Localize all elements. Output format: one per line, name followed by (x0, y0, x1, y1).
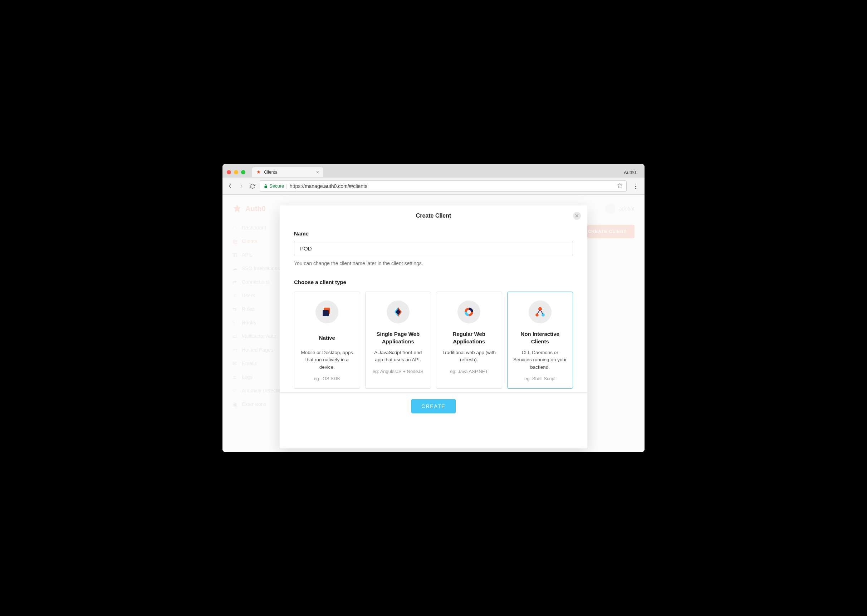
client-type-non-interactive[interactable]: Non Interactive Clients CLI, Daemons or … (507, 292, 573, 389)
client-type-grid: Native Mobile or Desktop, apps that run … (294, 292, 573, 389)
tab-bar: Clients × Auth0 (222, 164, 645, 178)
window-close-icon[interactable] (227, 170, 231, 174)
tab-title: Clients (264, 170, 277, 175)
address-bar[interactable]: Secure | https://manage.auth0.com/#/clie… (260, 181, 627, 192)
card-eg: eg: Shell Script (524, 376, 555, 381)
create-client-modal: Create Client ✕ Name You can change the … (280, 206, 587, 448)
card-title: Regular Web Applications (441, 330, 498, 346)
modal-header: Create Client ✕ (280, 206, 587, 222)
reload-button[interactable] (250, 183, 255, 189)
browser-window: Clients × Auth0 Secure (222, 164, 645, 452)
card-desc: CLI, Daemons or Services running on your… (512, 349, 569, 371)
name-label: Name (294, 231, 573, 237)
client-type-native[interactable]: Native Mobile or Desktop, apps that run … (294, 292, 360, 389)
secure-indicator: Secure (263, 183, 284, 189)
forward-button[interactable] (238, 183, 244, 189)
card-title: Non Interactive Clients (512, 330, 569, 346)
svg-point-6 (538, 307, 542, 311)
type-section-label: Choose a client type (294, 279, 573, 285)
modal-footer: CREATE (280, 392, 587, 420)
window-title: Auth0 (624, 170, 640, 175)
url-text: https://manage.auth0.com/#/clients (290, 183, 615, 189)
window-minimize-icon[interactable] (234, 170, 238, 174)
modal-body: Name You can change the client name late… (280, 222, 587, 392)
non-interactive-icon (529, 300, 552, 324)
svg-point-8 (542, 313, 545, 317)
nav-buttons (227, 183, 255, 189)
back-button[interactable] (227, 183, 233, 189)
window-zoom-icon[interactable] (241, 170, 245, 174)
card-eg: eg: AngularJS + NodeJS (373, 369, 424, 374)
spa-icon (387, 300, 410, 324)
card-desc: A JavaScript front-end app that uses an … (370, 349, 427, 364)
native-icon (315, 300, 338, 324)
secure-label: Secure (270, 183, 284, 189)
client-type-regular-web[interactable]: Regular Web Applications Traditional web… (436, 292, 502, 389)
modal-title: Create Client (416, 212, 451, 219)
card-title: Native (318, 330, 337, 346)
card-eg: eg: Java ASP.NET (450, 369, 488, 374)
viewport: Auth0 adobot ◌Dashboard ▤Clients ▥APIs ☁… (222, 195, 645, 452)
tab-close-icon[interactable]: × (316, 170, 319, 175)
card-desc: Traditional web app (with refresh). (441, 349, 498, 364)
svg-point-3 (467, 310, 471, 314)
card-eg: eg: iOS SDK (314, 376, 340, 381)
modal-close-button[interactable]: ✕ (573, 212, 581, 220)
browser-chrome: Clients × Auth0 Secure (222, 164, 645, 195)
close-icon: ✕ (575, 213, 579, 219)
svg-point-7 (536, 313, 539, 317)
regular-web-icon (457, 300, 480, 324)
modal-overlay: Create Client ✕ Name You can change the … (222, 195, 645, 452)
traffic-lights (227, 170, 245, 174)
address-bar-row: Secure | https://manage.auth0.com/#/clie… (222, 178, 645, 195)
name-help-text: You can change the client name later in … (294, 261, 573, 266)
browser-tab[interactable]: Clients × (252, 167, 323, 177)
svg-rect-1 (323, 310, 329, 316)
client-name-input[interactable] (294, 241, 573, 256)
browser-menu-icon[interactable]: ⋮ (631, 182, 640, 190)
card-title: Single Page Web Applications (370, 330, 427, 346)
client-type-spa[interactable]: Single Page Web Applications A JavaScrip… (365, 292, 431, 389)
card-desc: Mobile or Desktop, apps that run nativel… (299, 349, 356, 371)
bookmark-star-icon[interactable] (617, 182, 623, 189)
auth0-favicon-icon (256, 170, 261, 175)
create-button[interactable]: CREATE (411, 399, 456, 413)
